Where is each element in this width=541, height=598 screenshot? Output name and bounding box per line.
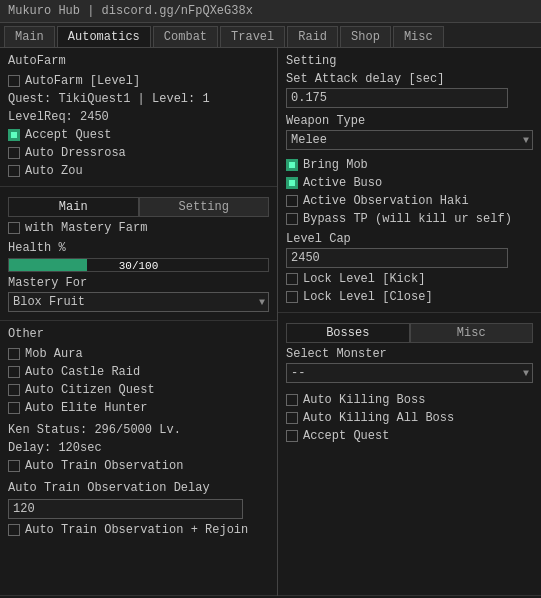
lock-level-kick-label: Lock Level [Kick] (303, 272, 425, 286)
mastery-farm-row[interactable]: with Mastery Farm (8, 219, 269, 237)
auto-train-rejoin-row[interactable]: Auto Train Observation + Rejoin (8, 521, 269, 539)
accept-quest-label: Accept Quest (25, 128, 111, 142)
active-obs-haki-checkbox[interactable] (286, 195, 298, 207)
weapon-type-label: Weapon Type (286, 114, 533, 128)
tab-shop[interactable]: Shop (340, 26, 391, 47)
weapon-type-select[interactable]: Melee Sword Gun (286, 130, 533, 150)
setting-title: Setting (286, 54, 533, 68)
auto-killing-all-boss-label: Auto Killing All Boss (303, 411, 454, 425)
delay-info: Delay: 120sec (8, 439, 269, 457)
autofarm-level-row[interactable]: AutoFarm [Level] (8, 72, 269, 90)
autofarm-section: AutoFarm AutoFarm [Level] Quest: TikiQue… (0, 48, 277, 187)
autofarm-title: AutoFarm (8, 54, 269, 68)
obs-delay-label: Auto Train Observation Delay (8, 479, 269, 497)
tab-bar: Main Automatics Combat Travel Raid Shop … (0, 23, 541, 48)
level-cap-label: Level Cap (286, 232, 533, 246)
auto-castle-raid-label: Auto Castle Raid (25, 365, 140, 379)
active-buso-row[interactable]: Active Buso (286, 174, 533, 192)
auto-dressrosa-row[interactable]: Auto Dressrosa (8, 144, 269, 162)
tab-raid[interactable]: Raid (287, 26, 338, 47)
bypass-tp-row[interactable]: Bypass TP (will kill ur self) (286, 210, 533, 228)
mastery-farm-label: with Mastery Farm (25, 221, 147, 235)
weapon-type-select-wrapper[interactable]: Melee Sword Gun (286, 128, 533, 152)
sub-tab-main[interactable]: Main (8, 197, 139, 217)
mastery-for-label: Mastery For (8, 276, 269, 290)
auto-castle-raid-row[interactable]: Auto Castle Raid (8, 363, 269, 381)
tab-misc[interactable]: Misc (393, 26, 444, 47)
active-buso-label: Active Buso (303, 176, 382, 190)
tab-travel[interactable]: Travel (220, 26, 285, 47)
tab-automatics[interactable]: Automatics (57, 26, 151, 47)
select-monster-label: Select Monster (286, 347, 533, 361)
auto-zou-label: Auto Zou (25, 164, 83, 178)
auto-train-obs-label: Auto Train Observation (25, 459, 183, 473)
autofarm-level-checkbox[interactable] (8, 75, 20, 87)
mastery-farm-checkbox[interactable] (8, 222, 20, 234)
auto-killing-all-boss-checkbox[interactable] (286, 412, 298, 424)
auto-train-obs-row[interactable]: Auto Train Observation (8, 457, 269, 475)
active-obs-haki-row[interactable]: Active Observation Haki (286, 192, 533, 210)
health-label: Health % (8, 241, 269, 255)
auto-zou-checkbox[interactable] (8, 165, 20, 177)
accept-quest-boss-label: Accept Quest (303, 429, 389, 443)
auto-train-rejoin-checkbox[interactable] (8, 524, 20, 536)
ken-status: Ken Status: 296/5000 Lv. (8, 421, 269, 439)
bypass-tp-checkbox[interactable] (286, 213, 298, 225)
accept-quest-boss-row[interactable]: Accept Quest (286, 427, 533, 445)
auto-citizen-quest-label: Auto Citizen Quest (25, 383, 155, 397)
health-bar-text: 30/100 (9, 259, 268, 273)
bring-mob-checkbox[interactable] (286, 159, 298, 171)
mob-aura-row[interactable]: Mob Aura (8, 345, 269, 363)
auto-train-rejoin-label: Auto Train Observation + Rejoin (25, 523, 248, 537)
bypass-tp-label: Bypass TP (will kill ur self) (303, 212, 512, 226)
sub-tab-bar: Main Setting (8, 197, 269, 217)
lock-level-kick-row[interactable]: Lock Level [Kick] (286, 270, 533, 288)
auto-elite-hunter-row[interactable]: Auto Elite Hunter (8, 399, 269, 417)
auto-citizen-quest-checkbox[interactable] (8, 384, 20, 396)
attack-delay-input[interactable] (286, 88, 508, 108)
bring-mob-row[interactable]: Bring Mob (286, 156, 533, 174)
level-cap-input[interactable] (286, 248, 508, 268)
active-obs-haki-label: Active Observation Haki (303, 194, 469, 208)
mastery-select-wrapper[interactable]: Blox Fruit Sword Gun Melee (8, 290, 269, 314)
levelreq-info: LevelReq: 2450 (8, 108, 269, 126)
monster-select-wrapper[interactable]: -- (286, 361, 533, 385)
sub-tab-setting[interactable]: Setting (139, 197, 270, 217)
lock-level-close-row[interactable]: Lock Level [Close] (286, 288, 533, 306)
auto-killing-boss-label: Auto Killing Boss (303, 393, 425, 407)
auto-elite-hunter-label: Auto Elite Hunter (25, 401, 147, 415)
bring-mob-label: Bring Mob (303, 158, 368, 172)
bosses-tab-bar: Bosses Misc (286, 323, 533, 343)
auto-killing-all-boss-row[interactable]: Auto Killing All Boss (286, 409, 533, 427)
bosses-section: Bosses Misc Select Monster -- Auto Killi… (278, 313, 541, 596)
auto-castle-raid-checkbox[interactable] (8, 366, 20, 378)
mastery-select[interactable]: Blox Fruit Sword Gun Melee (8, 292, 269, 312)
bosses-tab[interactable]: Bosses (286, 323, 410, 343)
mob-aura-checkbox[interactable] (8, 348, 20, 360)
title-bar: Mukuro Hub | discord.gg/nFpQXeG38x (0, 0, 541, 23)
accept-quest-row[interactable]: Accept Quest (8, 126, 269, 144)
auto-zou-row[interactable]: Auto Zou (8, 162, 269, 180)
auto-killing-boss-checkbox[interactable] (286, 394, 298, 406)
accept-quest-boss-checkbox[interactable] (286, 430, 298, 442)
quest-info: Quest: TikiQuest1 | Level: 1 (8, 90, 269, 108)
auto-train-obs-checkbox[interactable] (8, 460, 20, 472)
tab-main[interactable]: Main (4, 26, 55, 47)
other-title: Other (8, 327, 269, 341)
accept-quest-checkbox[interactable] (8, 129, 20, 141)
active-buso-checkbox[interactable] (286, 177, 298, 189)
auto-citizen-quest-row[interactable]: Auto Citizen Quest (8, 381, 269, 399)
monster-select[interactable]: -- (286, 363, 533, 383)
auto-elite-hunter-checkbox[interactable] (8, 402, 20, 414)
obs-delay-input[interactable] (8, 499, 243, 519)
setting-section: Setting Set Attack delay [sec] Weapon Ty… (278, 48, 541, 313)
lock-level-close-checkbox[interactable] (286, 291, 298, 303)
attack-delay-label: Set Attack delay [sec] (286, 72, 533, 86)
auto-killing-boss-row[interactable]: Auto Killing Boss (286, 391, 533, 409)
health-bar: 30/100 (8, 258, 269, 272)
lock-level-kick-checkbox[interactable] (286, 273, 298, 285)
misc-tab[interactable]: Misc (410, 323, 534, 343)
sub-section: Main Setting with Mastery Farm Health % … (0, 187, 277, 321)
auto-dressrosa-checkbox[interactable] (8, 147, 20, 159)
tab-combat[interactable]: Combat (153, 26, 218, 47)
